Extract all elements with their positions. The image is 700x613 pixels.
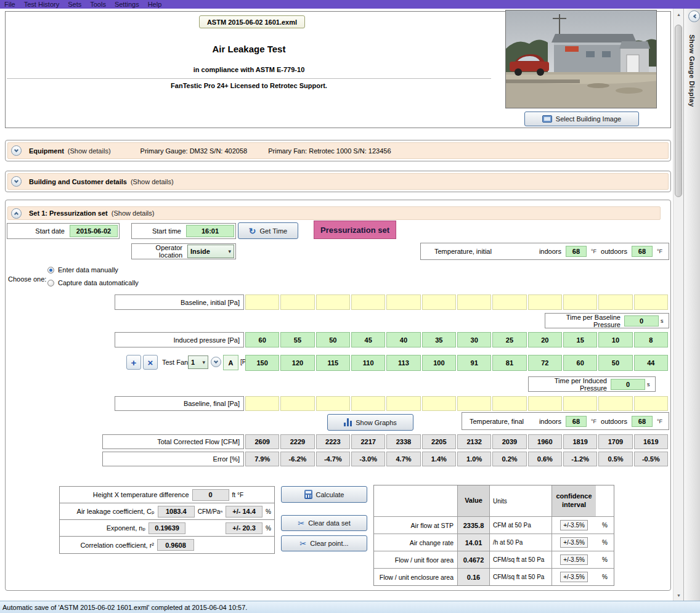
operator-location-dropdown[interactable]: Inside ▾ xyxy=(187,245,234,258)
clear-point-button[interactable]: ✂ Clear point... xyxy=(281,535,367,551)
induced-pressure-cell[interactable]: 35 xyxy=(422,332,456,347)
fan-pressure-cell[interactable]: 100 xyxy=(422,355,456,371)
percent-label: % xyxy=(596,534,614,551)
scroll-down-icon[interactable]: ▼ xyxy=(674,590,683,600)
baseline-initial-cell[interactable] xyxy=(316,294,350,310)
set1-panel-header[interactable]: Set 1: Pressurization set (Show details) xyxy=(7,206,661,220)
baseline-final-cell[interactable] xyxy=(280,396,314,411)
show-gauge-display-button[interactable] xyxy=(688,10,700,22)
baseline-initial-cell[interactable] xyxy=(422,294,456,310)
fan-channel-expander[interactable] xyxy=(211,357,221,367)
induced-pressure-cell[interactable]: 60 xyxy=(245,332,279,347)
temp-final-outdoors-value[interactable]: 68 xyxy=(632,416,653,427)
get-time-button[interactable]: ↻ Get Time xyxy=(238,222,298,239)
induced-pressure-cell[interactable]: 50 xyxy=(316,332,350,347)
induced-pressure-cell[interactable]: 10 xyxy=(598,332,632,347)
add-test-fan-button[interactable]: + xyxy=(126,355,141,370)
radio-capture-auto[interactable]: Capture data automatically xyxy=(47,279,139,286)
building-show-details[interactable]: (Show details) xyxy=(131,178,174,185)
induced-pressure-cell[interactable]: 45 xyxy=(351,332,385,347)
baseline-initial-cell[interactable] xyxy=(457,294,491,310)
equipment-panel-header[interactable]: Equipment (Show details) Primary Gauge: … xyxy=(7,142,669,159)
baseline-initial-cell[interactable] xyxy=(598,294,632,310)
baseline-final-cell[interactable] xyxy=(316,396,350,411)
show-graphs-button[interactable]: Show Graphs xyxy=(327,414,413,431)
select-building-image-button[interactable]: Select Building Image xyxy=(524,112,639,126)
scrollbar-thumb[interactable] xyxy=(675,25,682,197)
temp-final-indoors-value[interactable]: 68 xyxy=(566,416,587,427)
induced-pressure-cell[interactable]: 8 xyxy=(634,332,668,347)
fan-pressure-cell[interactable]: 150 xyxy=(245,355,279,371)
baseline-initial-cell[interactable] xyxy=(528,294,562,310)
baseline-final-cell[interactable] xyxy=(598,396,632,411)
radio-selected-icon[interactable] xyxy=(47,267,54,274)
menu-tools[interactable]: Tools xyxy=(86,0,110,9)
fan-pressure-cell[interactable]: 110 xyxy=(351,355,385,371)
induced-pressure-cell[interactable]: 30 xyxy=(457,332,491,347)
baseline-initial-cell[interactable] xyxy=(563,294,597,310)
temp-initial-outdoors-value[interactable]: 68 xyxy=(632,246,653,257)
induced-pressure-cell[interactable]: 55 xyxy=(280,332,314,347)
temp-initial-indoors-value[interactable]: 68 xyxy=(566,246,587,257)
menu-bar: File Test History Sets Tools Settings He… xyxy=(0,0,700,9)
set1-collapse-button[interactable] xyxy=(11,208,22,219)
induced-pressure-cell[interactable]: 25 xyxy=(492,332,526,347)
start-date-value[interactable]: 2015-06-02 xyxy=(70,225,118,237)
time-per-baseline-value[interactable]: 0 xyxy=(624,315,659,327)
baseline-final-cell[interactable] xyxy=(634,396,668,411)
baseline-final-cell[interactable] xyxy=(457,396,491,411)
baseline-initial-cell[interactable] xyxy=(492,294,526,310)
fan-pressure-cell[interactable]: 115 xyxy=(316,355,350,371)
set1-show-details[interactable]: (Show details) xyxy=(112,209,155,217)
scroll-up-icon[interactable]: ▲ xyxy=(674,9,683,19)
baseline-initial-cell[interactable] xyxy=(634,294,668,310)
building-panel-header[interactable]: Building and Customer details (Show deta… xyxy=(7,173,669,190)
menu-settings[interactable]: Settings xyxy=(110,0,144,9)
fan-pressure-cell[interactable]: 60 xyxy=(563,355,597,371)
gauge-display-strip[interactable]: Show Gauge Display xyxy=(683,9,700,601)
vertical-scrollbar[interactable]: ▲ ▼ xyxy=(673,9,683,601)
fan-pressure-cell[interactable]: 44 xyxy=(634,355,668,371)
chevron-left-icon xyxy=(693,14,697,18)
radio-enter-manually[interactable]: Enter data manually xyxy=(47,266,118,274)
baseline-final-cell[interactable] xyxy=(492,396,526,411)
baseline-final-cell[interactable] xyxy=(422,396,456,411)
result-units: CFM/sq ft at 50 Pa xyxy=(489,568,551,585)
baseline-final-cell[interactable] xyxy=(245,396,279,411)
baseline-initial-cell[interactable] xyxy=(351,294,385,310)
fan-pressure-cell[interactable]: 72 xyxy=(528,355,562,371)
fan-pressure-cell[interactable]: 113 xyxy=(386,355,420,371)
show-gauge-display-label[interactable]: Show Gauge Display xyxy=(688,35,696,107)
time-per-induced-value[interactable]: 0 xyxy=(611,379,645,390)
baseline-final-cell[interactable] xyxy=(563,396,597,411)
baseline-initial-cell[interactable] xyxy=(386,294,420,310)
baseline-final-cell[interactable] xyxy=(528,396,562,411)
test-fan-number-dropdown[interactable]: 1 ▾ xyxy=(188,355,208,369)
induced-pressure-cell[interactable]: 40 xyxy=(386,332,420,347)
fan-pressure-cell[interactable]: 91 xyxy=(457,355,491,371)
baseline-initial-cell[interactable] xyxy=(280,294,314,310)
equipment-expand-button[interactable] xyxy=(11,145,22,156)
building-expand-button[interactable] xyxy=(11,176,22,187)
remove-test-fan-button[interactable]: × xyxy=(143,355,158,370)
file-name-button[interactable]: ASTM 2015-06-02 1601.exml xyxy=(199,15,305,28)
menu-help[interactable]: Help xyxy=(144,0,166,9)
table-row: Height X temperature difference 0 ft °F xyxy=(60,487,274,503)
start-time-value[interactable]: 16:01 xyxy=(186,225,234,237)
menu-sets[interactable]: Sets xyxy=(63,0,86,9)
clear-data-set-button[interactable]: ✂ Clear data set xyxy=(281,515,367,531)
radio-unselected-icon[interactable] xyxy=(47,280,54,286)
result-row-label: Flow / unit floor area xyxy=(374,551,457,568)
induced-pressure-cell[interactable]: 15 xyxy=(563,332,597,347)
fan-pressure-cell[interactable]: 50 xyxy=(598,355,632,371)
calculate-button[interactable]: Calculate xyxy=(281,486,367,503)
baseline-final-cell[interactable] xyxy=(386,396,420,411)
induced-pressure-cell[interactable]: 20 xyxy=(528,332,562,347)
fan-pressure-cell[interactable]: 120 xyxy=(280,355,314,371)
menu-test-history[interactable]: Test History xyxy=(20,0,63,9)
baseline-final-cell[interactable] xyxy=(351,396,385,411)
menu-file[interactable]: File xyxy=(0,0,20,9)
fan-pressure-cell[interactable]: 81 xyxy=(492,355,526,371)
equipment-show-details[interactable]: (Show details) xyxy=(68,147,111,155)
baseline-initial-cell[interactable] xyxy=(245,294,279,310)
